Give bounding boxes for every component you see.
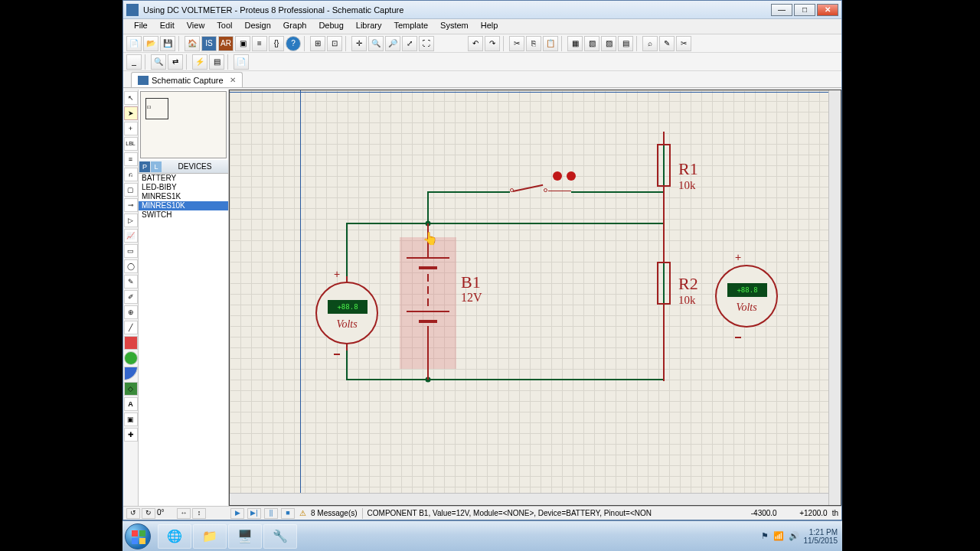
menu-edit[interactable]: Edit (154, 19, 181, 34)
marker-icon[interactable]: ✚ (124, 428, 138, 442)
label-icon[interactable]: LBL (124, 137, 138, 151)
messages-count[interactable]: 8 Message(s) (311, 509, 358, 517)
save-icon[interactable]: 💾 (160, 36, 175, 51)
search-icon[interactable]: 🔍 (151, 54, 166, 70)
junction-icon[interactable]: + (124, 122, 138, 135)
library-icon[interactable]: L (151, 161, 162, 172)
taskbar-explorer-icon[interactable]: 📁 (193, 524, 227, 549)
overview-minimap[interactable]: ⊡ (140, 91, 227, 158)
ares-icon[interactable]: AR (218, 36, 234, 51)
line-icon[interactable]: ╱ (124, 321, 138, 334)
taskbar-ie-icon[interactable]: 🌐 (158, 524, 191, 549)
text-icon[interactable]: A (124, 397, 138, 411)
voltmeter-right[interactable]: +88.8 Volts (715, 265, 778, 328)
scrollbar-horizontal[interactable] (230, 493, 828, 505)
tray-sound-icon[interactable]: 🔊 (789, 531, 799, 541)
home-icon[interactable]: 🏠 (185, 36, 200, 51)
menu-help[interactable]: Help (475, 19, 505, 34)
start-button[interactable] (122, 521, 153, 552)
device-pin-icon[interactable]: ▷ (124, 214, 138, 227)
symbol-icon[interactable]: ▣ (124, 412, 138, 426)
close-button[interactable]: ✕ (817, 4, 838, 16)
subcircuit-icon[interactable]: ▢ (124, 183, 138, 197)
pick-icon[interactable]: ⌕ (642, 36, 658, 51)
rotate-ccw-icon[interactable]: ↺ (126, 508, 140, 519)
bom-icon[interactable]: ≡ (252, 36, 267, 51)
circle-icon[interactable] (124, 351, 138, 365)
block-rotate-icon[interactable]: ▨ (601, 36, 616, 51)
tab-close-icon[interactable]: ✕ (230, 76, 236, 84)
device-switch[interactable]: SWITCH (139, 210, 228, 220)
text-script-icon[interactable]: ≡ (124, 152, 138, 166)
stop-icon[interactable]: ■ (281, 508, 295, 519)
zoom-area-icon[interactable]: ⛶ (419, 36, 434, 51)
system-tray[interactable]: ⚑ 📶 🔊 1:21 PM 11/5/2015 (761, 528, 843, 545)
scrollbar-vertical[interactable] (828, 90, 841, 505)
menu-design[interactable]: Design (239, 19, 277, 34)
redo-icon[interactable]: ↷ (485, 36, 500, 51)
generator-icon[interactable]: ◯ (124, 259, 138, 273)
arc-icon[interactable] (124, 367, 138, 380)
replace-icon[interactable]: ⇄ (168, 54, 183, 70)
component-mode-icon[interactable]: ➤ (124, 106, 138, 120)
instrument-icon[interactable]: ⊕ (124, 305, 138, 319)
code-icon[interactable]: {} (269, 36, 284, 51)
menu-debug[interactable]: Debug (312, 19, 349, 34)
open-icon[interactable]: 📂 (143, 36, 158, 51)
maximize-button[interactable]: □ (794, 4, 815, 16)
erc-icon[interactable]: ⚡ (192, 54, 207, 70)
device-list[interactable]: BATTERY LED-BIBY MINRES1K MINRES10K SWIT… (139, 174, 228, 506)
selection-mode-icon[interactable]: ↖ (124, 91, 138, 105)
cut-icon[interactable]: ✂ (509, 36, 524, 51)
menu-library[interactable]: Library (350, 19, 388, 34)
menu-view[interactable]: View (181, 19, 211, 34)
zoom-all-icon[interactable]: ⤢ (402, 36, 417, 51)
taskbar-app2-icon[interactable]: 🔧 (263, 524, 297, 549)
new-file-icon[interactable]: 📄 (126, 36, 142, 51)
pause-icon[interactable]: || (264, 508, 278, 519)
device-led[interactable]: LED-BIBY (139, 183, 228, 192)
menu-file[interactable]: File (128, 19, 154, 34)
menu-tool[interactable]: Tool (211, 19, 238, 34)
netlist-icon[interactable]: ▤ (209, 54, 224, 70)
menu-template[interactable]: Template (387, 19, 434, 34)
device-minres1k[interactable]: MINRES1K (139, 192, 228, 201)
tab-schematic[interactable]: Schematic Capture ✕ (131, 72, 243, 87)
grid-icon[interactable]: ⊞ (310, 36, 325, 51)
rect-icon[interactable] (124, 336, 138, 350)
path-icon[interactable]: ◇ (124, 382, 138, 396)
device-battery[interactable]: BATTERY (139, 174, 228, 183)
copy-icon[interactable]: ⎘ (526, 36, 541, 51)
tray-flag-icon[interactable]: ⚑ (761, 531, 769, 541)
block-delete-icon[interactable]: ▤ (618, 36, 633, 51)
origin-icon[interactable]: ✛ (351, 36, 367, 51)
tape-icon[interactable]: ▭ (124, 244, 138, 258)
probe-i-icon[interactable]: ✐ (124, 290, 138, 304)
block-copy-icon[interactable]: ▦ (567, 36, 583, 51)
taskbar-app1-icon[interactable]: 🖥️ (228, 524, 262, 549)
block-move-icon[interactable]: ▧ (584, 36, 599, 51)
device-minres10k[interactable]: MINRES10K (139, 201, 228, 210)
report-icon[interactable]: 📄 (234, 54, 249, 70)
snap-icon[interactable]: ⊡ (327, 36, 342, 51)
terminal-icon[interactable]: ⊸ (124, 198, 138, 212)
rotate-cw-icon[interactable]: ↻ (142, 508, 155, 519)
schematic-canvas[interactable]: B1 12V +88.8 Volts + (229, 90, 841, 506)
minimize-button[interactable]: — (771, 4, 792, 16)
isis-icon[interactable]: IS (201, 36, 217, 51)
zoom-out-icon[interactable]: 🔎 (385, 36, 400, 51)
zoom-in-icon[interactable]: 🔍 (368, 36, 384, 51)
bus-icon[interactable]: ⎌ (124, 168, 138, 181)
menu-system[interactable]: System (434, 19, 475, 34)
undo-icon[interactable]: ↶ (468, 36, 483, 51)
tray-network-icon[interactable]: 📶 (773, 531, 784, 541)
probe-v-icon[interactable]: ✎ (124, 275, 138, 289)
pick-parts-icon[interactable]: P (139, 161, 150, 172)
make-icon[interactable]: ✎ (659, 36, 675, 51)
paste-icon[interactable]: 📋 (543, 36, 558, 51)
3d-icon[interactable]: ▣ (235, 36, 250, 51)
play-icon[interactable]: ▶ (230, 508, 244, 519)
flip-h-icon[interactable]: ↔ (177, 508, 191, 519)
help-icon[interactable]: ? (286, 36, 301, 51)
step-icon[interactable]: ▶| (247, 508, 261, 519)
